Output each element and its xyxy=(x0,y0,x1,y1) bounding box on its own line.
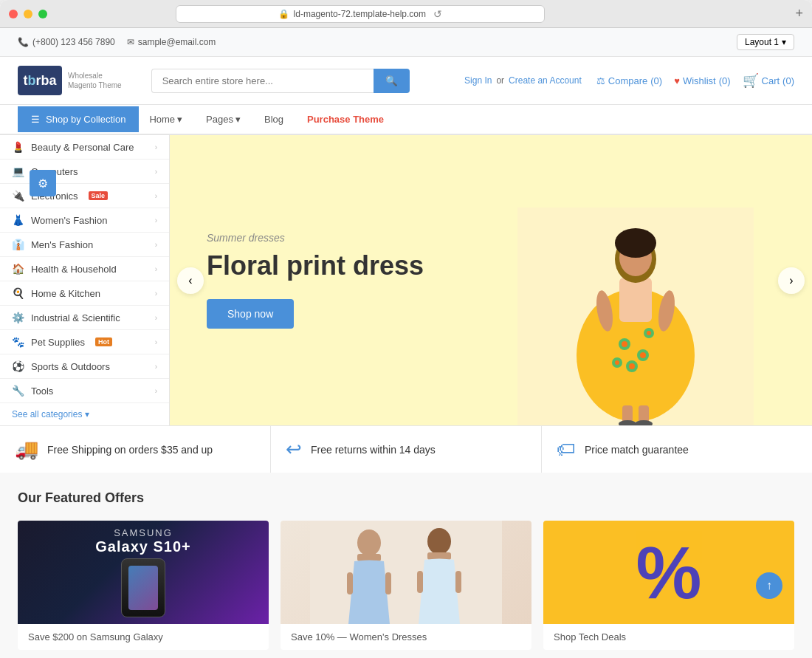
layout-button[interactable]: Layout 1 ▾ xyxy=(737,34,794,50)
header-actions: Sign In or Create an Account ⚖ Compare (… xyxy=(464,72,794,89)
sidebar-label-pet: Pet Supplies xyxy=(31,337,85,348)
galaxy-model: Galaxy S10+ xyxy=(95,538,190,555)
email-icon: ✉ xyxy=(127,37,134,47)
email-info: ✉ sample@email.com xyxy=(127,37,216,47)
url-text: ld-magento-72.template-help.com xyxy=(294,9,426,19)
nav-pages[interactable]: Pages ▾ xyxy=(196,105,251,134)
compare-button[interactable]: ⚖ Compare (0) xyxy=(596,75,662,86)
create-account-link[interactable]: Create an Account xyxy=(509,75,582,86)
layout-label: Layout 1 xyxy=(745,37,779,47)
next-icon: › xyxy=(789,274,793,287)
mens-icon: 👔 xyxy=(12,239,24,250)
account-links: Sign In or Create an Account xyxy=(464,75,582,86)
svg-rect-31 xyxy=(417,571,423,593)
logo[interactable]: tbrba Wholesale Magento Theme xyxy=(18,66,122,95)
svg-point-29 xyxy=(427,528,451,555)
price-match-text: Price match guarantee xyxy=(585,444,689,456)
prev-slide-button[interactable]: ‹ xyxy=(177,267,204,294)
shipping-icon: 🚚 xyxy=(15,438,38,461)
svg-point-17 xyxy=(615,360,619,365)
hero-content: Summer dresses Floral print dress Shop n… xyxy=(170,202,461,358)
chevron-down-icon: ▾ xyxy=(782,37,786,47)
new-tab-button[interactable]: + xyxy=(795,6,803,21)
nav-home[interactable]: Home ▾ xyxy=(139,105,193,134)
sidebar-item-home[interactable]: 🍳 Home & Kitchen › xyxy=(0,281,169,306)
settings-gear-button[interactable]: ⚙ xyxy=(30,170,56,196)
arrow-icon: › xyxy=(155,289,157,298)
wishlist-label: Wishlist xyxy=(683,75,716,86)
url-bar[interactable]: 🔒 ld-magento-72.template-help.com ↺ xyxy=(176,5,545,23)
sidebar-item-womens[interactable]: 👗 Women's Fashion › xyxy=(0,208,169,233)
sidebar-item-computers[interactable]: 💻 Computers › xyxy=(0,160,169,184)
shop-now-label: Shop now xyxy=(227,308,273,320)
hero-image xyxy=(459,135,813,425)
arrow-icon: › xyxy=(155,192,157,200)
lock-icon: 🔒 xyxy=(278,9,289,19)
sidebar-item-mens[interactable]: 👔 Men's Fashion › xyxy=(0,233,169,257)
benefit-price-match: 🏷 Price match guarantee xyxy=(542,426,812,473)
offer-card-women[interactable]: Save 10% — Women's Dresses xyxy=(281,521,531,650)
nav-blog[interactable]: Blog xyxy=(254,105,294,134)
home-label: Home xyxy=(149,114,175,125)
phone-graphic xyxy=(121,558,165,617)
email-address: sample@email.com xyxy=(138,37,216,47)
wishlist-count: (0) xyxy=(719,75,731,86)
hero-banner: ‹ Summer dresses Floral print dress Shop… xyxy=(170,135,812,425)
sidebar-item-tools[interactable]: 🔧 Tools › xyxy=(0,379,169,403)
or-text: or xyxy=(496,75,504,86)
arrow-icon: › xyxy=(155,143,157,151)
compare-icon: ⚖ xyxy=(596,75,605,86)
arrow-icon: › xyxy=(155,265,157,273)
wishlist-button[interactable]: ♥ Wishlist (0) xyxy=(674,75,730,86)
titlebar: 🔒 ld-magento-72.template-help.com ↺ + xyxy=(0,0,812,28)
cart-count: (0) xyxy=(782,75,794,86)
cart-button[interactable]: 🛒 Cart (0) xyxy=(743,72,794,89)
search-button[interactable]: 🔍 xyxy=(374,69,410,93)
hero-row: 💄 Beauty & Personal Care › 💻 Computers ›… xyxy=(0,135,812,425)
purchase-label: Purchase Theme xyxy=(307,114,384,125)
sidebar-item-sports[interactable]: ⚽ Sports & Outdoors › xyxy=(0,354,169,379)
refresh-icon[interactable]: ↺ xyxy=(433,8,442,20)
sidebar-label-tools: Tools xyxy=(31,385,53,397)
pet-icon: 🐾 xyxy=(12,336,24,348)
sign-in-link[interactable]: Sign In xyxy=(464,75,492,86)
sidebar-item-industrial[interactable]: ⚙️ Industrial & Scientific › xyxy=(0,306,169,330)
sale-badge: Sale xyxy=(89,191,109,200)
phone-number: (+800) 123 456 7890 xyxy=(32,37,115,47)
shop-collection-button[interactable]: ☰ Shop by Collection xyxy=(18,106,139,132)
logo-icon: tbrba xyxy=(18,66,62,95)
sidebar-item-pet[interactable]: 🐾 Pet Supplies Hot › xyxy=(0,330,169,354)
next-slide-button[interactable]: › xyxy=(778,267,805,294)
scroll-top-button[interactable]: ↑ xyxy=(756,572,782,599)
sidebar-item-beauty[interactable]: 💄 Beauty & Personal Care › xyxy=(0,135,169,160)
maximize-dot[interactable] xyxy=(38,10,47,18)
search-input[interactable] xyxy=(151,69,374,93)
svg-rect-28 xyxy=(385,572,391,594)
compare-count: (0) xyxy=(650,75,662,86)
nav-purchase-theme[interactable]: Purchase Theme xyxy=(297,105,394,134)
shop-now-button[interactable]: Shop now xyxy=(207,299,294,329)
svg-rect-27 xyxy=(347,572,353,594)
womens-icon: 👗 xyxy=(12,214,24,226)
industrial-icon: ⚙️ xyxy=(12,312,24,323)
blog-label: Blog xyxy=(264,114,283,125)
hamburger-icon: ☰ xyxy=(31,114,40,125)
see-all-categories[interactable]: See all categories ▾ xyxy=(0,403,169,425)
compare-label: Compare xyxy=(608,75,647,86)
chevron-down-icon: ▾ xyxy=(235,114,241,125)
sidebar-item-health[interactable]: 🏠 Health & Household › xyxy=(0,257,169,281)
health-icon: 🏠 xyxy=(12,263,24,275)
sidebar-label-mens: Men's Fashion xyxy=(31,239,93,250)
minimize-dot[interactable] xyxy=(24,10,32,18)
main-area: 💄 Beauty & Personal Care › 💻 Computers ›… xyxy=(0,135,812,658)
price-match-icon: 🏷 xyxy=(557,438,576,461)
sidebar-item-electronics[interactable]: 🔌 Electronics Sale › xyxy=(0,184,169,208)
app-window: 🔒 ld-magento-72.template-help.com ↺ + 📞 … xyxy=(0,0,812,658)
arrow-icon: › xyxy=(155,216,157,225)
close-dot[interactable] xyxy=(9,10,18,18)
sidebar-label-sports: Sports & Outdoors xyxy=(31,361,110,372)
heart-icon: ♥ xyxy=(674,75,680,86)
chevron-down-icon: ▾ xyxy=(177,114,182,125)
offer-card-galaxy[interactable]: SAMSUNG Galaxy S10+ Save $200 on Samsung… xyxy=(18,521,269,650)
search-icon: 🔍 xyxy=(385,75,398,86)
